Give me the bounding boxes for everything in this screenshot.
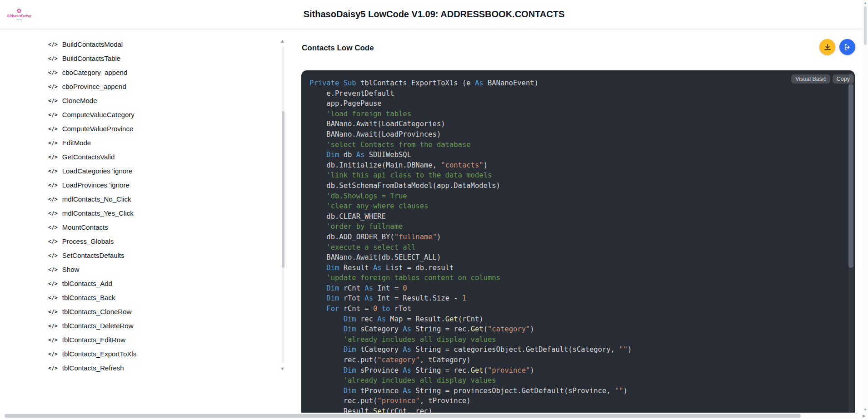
sidebar-item-label: MountContacts xyxy=(62,223,108,231)
sidebar-item[interactable]: </>ComputeValueProvince xyxy=(45,122,254,136)
sidebar-item[interactable]: </>tblContacts_Back xyxy=(45,291,254,305)
sidebar-item[interactable]: </>tblContacts_DeleteRow xyxy=(45,319,254,333)
sidebar-item-label: tblContacts_Refresh xyxy=(62,364,124,372)
sidebar-item[interactable]: </>SetContactsDefaults xyxy=(45,248,254,262)
code-line: db.ADD_ORDER_BY("fullname") xyxy=(309,232,632,242)
sidebar-item-label: tblContacts_Add xyxy=(62,280,112,287)
code-line: Dim Result As List = db.result xyxy=(309,263,632,273)
code-icon: </> xyxy=(48,365,58,371)
sidebar-item[interactable]: </>BuildContactsModal xyxy=(45,37,254,51)
sidebar-item-label: tblContacts_DeleteRow xyxy=(62,322,134,330)
horizontal-scrollbar-thumb[interactable] xyxy=(5,414,801,418)
sidebar-scroll-down-icon[interactable]: ▼ xyxy=(280,366,285,371)
code-icon: </> xyxy=(48,154,58,160)
code-line: 'already includes all display values xyxy=(309,335,632,345)
code-icon: </> xyxy=(48,182,58,188)
sidebar-item[interactable]: </>EditMode xyxy=(45,136,254,150)
sidebar-item-label: ComputeValueCategory xyxy=(62,111,135,118)
code-icon: </> xyxy=(48,196,58,202)
code-line: Dim sCategory As String = rec.Get("categ… xyxy=(309,324,632,335)
header: ✿ SithasoDaisy 〜〜 SithasoDaisy5 LowCode … xyxy=(0,0,868,29)
sidebar-item[interactable]: </>mdlContacts_No_Click xyxy=(45,192,254,206)
sidebar-item-label: Show xyxy=(62,266,80,273)
code-icon: </> xyxy=(48,55,58,62)
code-line: rec.put("category", tCategory) xyxy=(309,355,632,365)
code-line: 'order by fullname xyxy=(309,222,632,232)
sidebar-scrollbar-thumb[interactable] xyxy=(282,111,284,268)
code-line: Private Sub tblContacts_ExportToXls (e A… xyxy=(309,78,632,89)
code-scrollbar-thumb[interactable] xyxy=(848,84,853,268)
sidebar-item-label: LoadCategories 'ignore xyxy=(62,167,133,175)
code-icon: </> xyxy=(48,69,58,76)
sidebar-item[interactable]: </>MountContacts xyxy=(45,220,254,234)
code-line: 'execute a select all xyxy=(309,242,632,253)
code-icon: </> xyxy=(48,224,58,231)
sidebar-item-label: CloneMode xyxy=(62,97,97,104)
sidebar-item[interactable]: </>BuildContactsTable xyxy=(45,51,254,65)
scroll-right-icon[interactable]: ▶ xyxy=(863,414,866,418)
code-icon: </> xyxy=(48,337,58,343)
sidebar-item[interactable]: </>Show xyxy=(45,262,254,276)
code-line: 'load foreign tables xyxy=(309,109,632,119)
sidebar-item-label: mdlContacts_No_Click xyxy=(62,195,131,203)
sidebar-scroll-up-icon[interactable]: ▲ xyxy=(280,38,285,44)
sidebar-item[interactable]: </>tblContacts_Refresh xyxy=(45,361,254,375)
code-icon: </> xyxy=(48,295,58,301)
code-content: Private Sub tblContacts_ExportToXls (e A… xyxy=(309,78,632,417)
code-icon: </> xyxy=(48,309,58,315)
code-line: 'update foreign tables content on column… xyxy=(309,273,632,283)
download-button[interactable] xyxy=(819,39,835,55)
sidebar-item-label: tblContacts_EditRow xyxy=(62,336,125,344)
code-icon: </> xyxy=(48,266,58,273)
sidebar-item[interactable]: </>tblContacts_Add xyxy=(45,276,254,291)
sidebar-item[interactable]: </>Process_Globals xyxy=(45,234,254,248)
horizontal-scrollbar[interactable]: ▶ xyxy=(0,413,868,419)
code-line: app.PagePause xyxy=(309,99,632,109)
sidebar-item-label: cboCategory_append xyxy=(62,69,127,76)
code-icon: </> xyxy=(48,41,58,48)
sidebar-item[interactable]: </>cboProvince_append xyxy=(45,79,254,94)
sidebar-item[interactable]: </>tblContacts_ExportToXls xyxy=(45,347,254,361)
sidebar-item[interactable]: </>CloneMode xyxy=(45,94,254,108)
sidebar-item[interactable]: </>tblContacts_EditRow xyxy=(45,333,254,347)
code-icon: </> xyxy=(48,98,58,104)
vertical-scrollbar[interactable]: ▲ ▼ xyxy=(863,0,868,413)
code-icon: </> xyxy=(48,281,58,287)
sidebar-item-label: tblContacts_Back xyxy=(62,294,115,301)
sidebar-item-label: SetContactsDefaults xyxy=(62,251,125,259)
sidebar-item[interactable]: </>tblContacts_CloneRow xyxy=(45,305,254,319)
code-icon: </> xyxy=(48,210,58,217)
code-line: Dim tCategory As String = categoriesObje… xyxy=(309,345,632,355)
sidebar-item[interactable]: </>LoadProvinces 'ignore xyxy=(45,178,254,192)
code-line: 'select Contacts from the database xyxy=(309,140,632,150)
sidebar-item-label: GetContactsValid xyxy=(62,153,115,161)
code-line: Dim tProvince As String = provincesObjec… xyxy=(309,386,632,396)
sidebar-item-label: cboProvince_append xyxy=(62,83,126,90)
code-line: db.CLEAR_WHERE xyxy=(309,212,632,222)
scroll-down-icon[interactable]: ▼ xyxy=(863,408,867,412)
vertical-scrollbar-thumb[interactable] xyxy=(864,6,867,45)
sidebar-item-label: BuildContactsTable xyxy=(62,54,120,62)
sidebar-item[interactable]: </>mdlContacts_Yes_Click xyxy=(45,206,254,220)
sidebar-item-label: Process_Globals xyxy=(62,237,114,245)
sidebar-item[interactable]: </>ComputeValueCategory xyxy=(45,108,254,122)
logout-button[interactable] xyxy=(839,39,855,55)
sidebar-item[interactable]: </>LoadCategories 'ignore xyxy=(45,164,254,178)
sidebar-item[interactable]: </>cboCategory_append xyxy=(45,65,254,79)
sidebar-item-label: BuildContactsModal xyxy=(62,40,123,48)
code-line: Dim rCnt As Int = 0 xyxy=(309,283,632,294)
scroll-up-icon[interactable]: ▲ xyxy=(863,1,867,5)
sidebar-item-label: ComputeValueProvince xyxy=(62,125,133,133)
code-block: Visual Basic Copy Private Sub tblContact… xyxy=(301,70,855,419)
code-icon: </> xyxy=(48,238,58,245)
sidebar-item[interactable]: </>GetContactsValid xyxy=(45,150,254,164)
code-line: For rCnt = 0 to rTot xyxy=(309,304,632,314)
code-icon: </> xyxy=(48,252,58,259)
code-icon: </> xyxy=(48,126,58,132)
code-line: Dim rec As Map = Result.Get(rCnt) xyxy=(309,314,632,325)
code-line: Dim db As SDUIWebSQL xyxy=(309,150,632,160)
sidebar-item-label: tblContacts_ExportToXls xyxy=(62,350,136,358)
code-icon: </> xyxy=(48,351,58,357)
code-icon: </> xyxy=(48,168,58,174)
sidebar-item-label: LoadProvinces 'ignore xyxy=(62,181,130,189)
